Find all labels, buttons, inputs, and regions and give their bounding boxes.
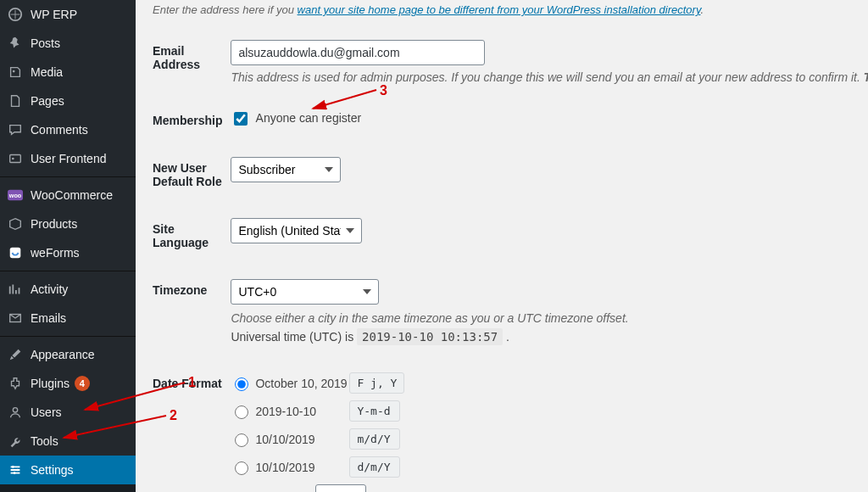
pushpin-icon: [7, 35, 24, 52]
user-icon: [7, 404, 24, 421]
admin-email-description: This address is used for admin purposes.…: [231, 70, 868, 84]
field-label-site-language: Site Language: [153, 205, 231, 266]
erp-icon: [7, 6, 24, 23]
svg-point-3: [12, 158, 14, 160]
svg-point-10: [16, 469, 19, 472]
sidebar-item-label: Products: [31, 217, 77, 231]
date-format-radio[interactable]: [235, 433, 248, 447]
date-format-radio[interactable]: [235, 377, 248, 391]
page-icon: [7, 92, 24, 109]
settings-submenu: General Writing Reading: [0, 484, 136, 492]
sidebar-item-label: Appearance: [31, 348, 95, 361]
field-label-default-role: New User Default Role: [153, 144, 231, 205]
sidebar-item-activity[interactable]: Activity: [0, 275, 136, 304]
date-format-option[interactable]: October 10, 2019: [231, 375, 349, 391]
field-label-membership: Membership: [153, 97, 231, 144]
field-label-date-format: Date Format: [153, 360, 231, 492]
id-card-icon: [7, 150, 24, 167]
default-role-select[interactable]: Subscriber: [231, 157, 341, 182]
sidebar-item-comments[interactable]: Comments: [0, 115, 136, 144]
sidebar-item-label: WooCommerce: [31, 188, 113, 202]
sidebar-item-users[interactable]: Users: [0, 398, 136, 427]
svg-point-11: [14, 472, 16, 474]
admin-sidebar: WP ERP Posts Media Pages Comments User F…: [0, 0, 136, 492]
sidebar-item-emails[interactable]: Emails: [0, 304, 136, 333]
field-label-email: Email Address: [153, 27, 231, 97]
admin-email-input[interactable]: [231, 40, 485, 65]
date-format-custom-input[interactable]: [315, 484, 366, 492]
envelope-icon: [7, 310, 24, 327]
sidebar-item-posts[interactable]: Posts: [0, 29, 136, 58]
sidebar-item-label: weForms: [31, 246, 80, 260]
anyone-can-register-checkbox[interactable]: [234, 112, 248, 126]
date-format-option-custom[interactable]: Custom:: [231, 489, 315, 493]
weforms-icon: [7, 244, 24, 261]
sidebar-item-label: Plugins: [31, 377, 70, 390]
date-format-code: m/d/Y: [349, 428, 400, 450]
activity-icon: [7, 281, 24, 298]
site-address-hint: Enter the address here if you want your …: [153, 3, 851, 16]
timezone-description: Choose either a city in the same timezon…: [231, 311, 868, 325]
sidebar-item-label: Pages: [31, 94, 64, 108]
woocommerce-icon: woo: [7, 187, 24, 204]
sidebar-item-label: Activity: [31, 282, 68, 296]
sidebar-item-label: Tools: [31, 434, 58, 448]
settings-icon: [7, 461, 24, 478]
sidebar-item-label: Posts: [31, 36, 60, 50]
date-format-option[interactable]: 2019-10-10: [231, 403, 349, 419]
sidebar-item-pages[interactable]: Pages: [0, 87, 136, 115]
settings-general-form: Enter the address here if you want your …: [136, 0, 868, 492]
site-address-docs-link[interactable]: want your site home page to be different…: [298, 3, 701, 16]
sidebar-item-weforms[interactable]: weForms: [0, 238, 136, 267]
media-icon: [7, 64, 24, 81]
sidebar-item-user-frontend[interactable]: User Frontend: [0, 144, 136, 173]
comment-icon: [7, 121, 24, 138]
sidebar-item-label: Emails: [31, 311, 66, 325]
sidebar-item-label: WP ERP: [31, 8, 77, 21]
date-format-code: Y-m-d: [349, 400, 400, 422]
sidebar-item-products[interactable]: Products: [0, 210, 136, 238]
svg-point-1: [13, 70, 15, 73]
date-format-code: F j, Y: [349, 372, 404, 394]
svg-point-8: [13, 408, 17, 412]
date-format-radio[interactable]: [235, 405, 248, 419]
sidebar-item-plugins[interactable]: Plugins 4: [0, 369, 136, 398]
site-language-select[interactable]: English (United States): [231, 218, 362, 243]
date-format-code: d/m/Y: [349, 456, 400, 478]
sidebar-item-label: User Frontend: [31, 152, 106, 165]
sidebar-item-wp-erp[interactable]: WP ERP: [0, 0, 136, 29]
membership-checkbox-label[interactable]: Anyone can register: [231, 111, 361, 125]
utc-time-value: 2019-10-10 10:13:57: [357, 328, 503, 345]
sidebar-item-woocommerce[interactable]: woo WooCommerce: [0, 181, 136, 210]
sidebar-item-settings[interactable]: Settings: [0, 456, 136, 484]
update-count-badge: 4: [75, 376, 90, 391]
svg-text:woo: woo: [8, 192, 22, 199]
sidebar-item-label: Users: [31, 405, 62, 419]
sidebar-item-label: Media: [31, 65, 63, 79]
utc-time-line: Universal time (UTC) is 2019-10-10 10:13…: [231, 330, 868, 344]
plugin-icon: [7, 375, 24, 392]
svg-point-9: [12, 466, 14, 468]
timezone-select[interactable]: UTC+0: [231, 279, 379, 305]
sidebar-item-media[interactable]: Media: [0, 58, 136, 87]
sidebar-item-appearance[interactable]: Appearance: [0, 340, 136, 369]
sidebar-item-tools[interactable]: Tools: [0, 427, 136, 456]
sidebar-item-label: Settings: [31, 463, 74, 477]
box-icon: [7, 215, 24, 232]
wrench-icon: [7, 433, 24, 450]
field-label-timezone: Timezone: [153, 266, 231, 360]
svg-rect-2: [10, 155, 21, 163]
brush-icon: [7, 346, 24, 363]
date-format-option[interactable]: 10/10/2019: [231, 459, 349, 475]
sidebar-item-label: Comments: [31, 123, 88, 137]
date-format-radio[interactable]: [235, 461, 248, 475]
svg-rect-6: [10, 248, 21, 259]
date-format-option[interactable]: 10/10/2019: [231, 431, 349, 447]
